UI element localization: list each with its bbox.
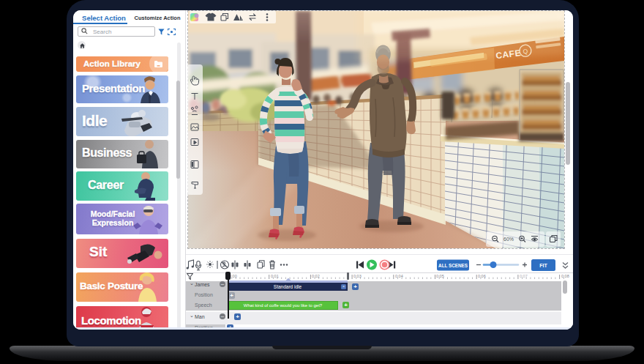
svg-text:ALL SCENES: ALL SCENES (438, 263, 468, 268)
svg-text:60%: 60% (503, 237, 514, 242)
svg-text:FIT: FIT (539, 263, 547, 268)
